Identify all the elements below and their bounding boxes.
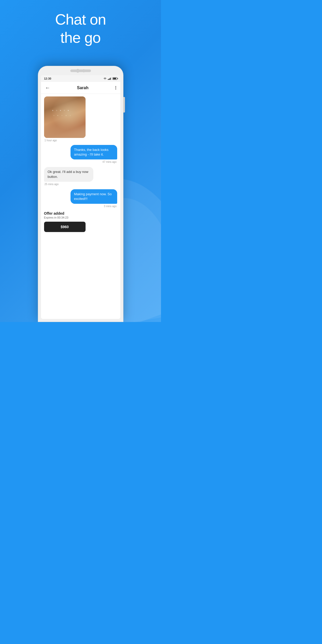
phone-mockup: 12:30 xyxy=(38,66,123,322)
buy-now-button[interactable]: $960 xyxy=(44,222,86,232)
image-timestamp: 1 hour ago xyxy=(44,139,117,142)
phone-screen: 12:30 xyxy=(41,75,120,319)
sent-bubble-1: Thanks, the back looks amazing - I'll ta… xyxy=(71,145,117,159)
phone-speaker xyxy=(70,69,91,72)
svg-rect-3 xyxy=(111,77,111,80)
sent-timestamp-2: 3 mins ago xyxy=(44,205,117,208)
sent-timestamp-1: 47 mins ago xyxy=(44,160,117,163)
battery-icon xyxy=(113,77,117,80)
svg-rect-1 xyxy=(109,79,110,80)
image-inner xyxy=(44,96,86,138)
headline-section: Chat on the go xyxy=(0,10,161,46)
chat-title: Sarah xyxy=(77,86,88,90)
back-button[interactable]: ← xyxy=(45,85,50,91)
app-background: Chat on the go 12:30 xyxy=(0,0,161,322)
dot-menu-2 xyxy=(115,87,116,88)
dot-menu-1 xyxy=(115,86,116,87)
message-image xyxy=(44,96,86,138)
headline-line1: Chat on xyxy=(55,11,106,28)
sent-text-1: Thanks, the back looks amazing - I'll ta… xyxy=(74,148,109,156)
wifi-icon xyxy=(103,77,107,80)
offer-expires: Expires in 00:34:23 xyxy=(44,216,117,219)
image-message xyxy=(44,96,117,138)
phone-top-bar xyxy=(41,69,120,73)
more-button[interactable] xyxy=(115,86,116,89)
received-text-1: Ok great. I'll add a buy now button. xyxy=(48,170,88,178)
svg-rect-2 xyxy=(110,78,111,80)
status-bar: 12:30 xyxy=(41,75,120,82)
chat-header: ← Sarah xyxy=(41,82,120,94)
dot-menu-3 xyxy=(115,89,116,89)
received-message-1: Ok great. I'll add a buy now button. xyxy=(44,167,117,181)
svg-rect-0 xyxy=(108,79,109,80)
sent-message-2: Making payment now. So excited!!! xyxy=(44,189,117,204)
phone-body: 12:30 xyxy=(38,66,123,322)
sent-message-1: Thanks, the back looks amazing - I'll ta… xyxy=(44,145,117,159)
headline-line2: the go xyxy=(60,29,101,46)
sent-text-2: Making payment now. So excited!!! xyxy=(74,192,112,201)
battery-fill xyxy=(113,78,116,79)
status-time: 12:30 xyxy=(44,77,51,80)
image-hand xyxy=(44,122,86,138)
offer-section: Offer added Expires in 00:34:23 $960 xyxy=(44,211,117,232)
status-icons xyxy=(103,77,117,80)
offer-title: Offer added xyxy=(44,211,117,215)
signal-icon xyxy=(108,77,111,80)
received-bubble-1: Ok great. I'll add a buy now button. xyxy=(44,167,93,181)
sent-bubble-2: Making payment now. So excited!!! xyxy=(71,189,117,204)
received-timestamp-1: 25 mins ago xyxy=(44,183,117,186)
headline-text: Chat on the go xyxy=(0,10,161,46)
chat-body: 1 hour ago Thanks, the back looks amazin… xyxy=(41,94,120,319)
